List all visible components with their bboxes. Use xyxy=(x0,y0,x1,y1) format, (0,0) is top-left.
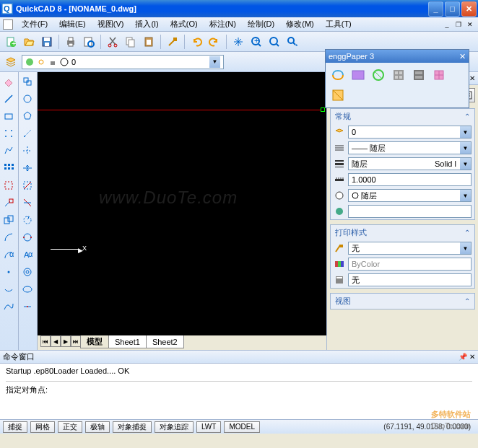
circle-tool[interactable] xyxy=(19,91,35,107)
copy-button[interactable] xyxy=(123,34,139,50)
ft-btn-5[interactable] xyxy=(409,66,428,84)
menu-format[interactable]: 格式(O) xyxy=(168,17,201,31)
collapse-icon[interactable]: ⌃ xyxy=(464,113,470,120)
ft-btn-1[interactable] xyxy=(329,66,347,84)
zoom-window-button[interactable]: + xyxy=(248,34,264,50)
offset-tool[interactable] xyxy=(19,160,35,176)
open-button[interactable] xyxy=(21,34,37,50)
drawing-canvas[interactable]: ▶ X www.DuoTe.com xyxy=(38,72,326,335)
doc-minimize-button[interactable]: _ xyxy=(442,20,452,29)
arc-tool[interactable] xyxy=(1,229,17,245)
floating-close-button[interactable]: ✕ xyxy=(459,52,466,61)
cut-button[interactable] xyxy=(105,34,121,50)
doc-close-button[interactable]: ✕ xyxy=(465,20,475,29)
array-tool[interactable] xyxy=(1,160,17,176)
copy-tool[interactable] xyxy=(19,74,35,89)
layer-combo[interactable]: 0 ▼ xyxy=(22,55,224,69)
grid-toggle[interactable]: 网格 xyxy=(30,421,55,433)
zoom-extents-button[interactable] xyxy=(266,34,282,50)
trim-tool[interactable] xyxy=(19,195,35,211)
menu-view[interactable]: 视图(V) xyxy=(95,17,127,31)
point-single-tool[interactable] xyxy=(1,264,17,280)
snap-toggle[interactable]: 捕捉 xyxy=(3,421,27,433)
chevron-down-icon[interactable]: ▼ xyxy=(209,56,220,68)
ft-btn-6[interactable] xyxy=(430,66,448,84)
doc-restore-button[interactable]: ❐ xyxy=(453,20,464,29)
join-tool[interactable] xyxy=(19,299,35,315)
ft-btn-7[interactable] xyxy=(329,86,347,105)
menu-dimension[interactable]: 标注(N) xyxy=(207,17,239,31)
print-preview-button[interactable] xyxy=(81,34,97,50)
menu-insert[interactable]: 插入(I) xyxy=(132,17,161,31)
lwt-toggle[interactable]: LWT xyxy=(196,421,221,433)
collapse-icon[interactable]: ⌃ xyxy=(464,297,470,305)
layer-value[interactable]: 0▼ xyxy=(348,126,472,139)
tab-nav-first[interactable]: ⏮ xyxy=(40,335,51,347)
spline-tool[interactable] xyxy=(1,299,17,315)
tab-model[interactable]: 模型 xyxy=(80,335,109,348)
point-tool[interactable] xyxy=(1,126,17,141)
ft-btn-2[interactable] xyxy=(349,66,368,84)
color-value[interactable]: 随层▼ xyxy=(348,189,472,202)
close-button[interactable]: ✕ xyxy=(461,1,477,17)
new-button[interactable]: + xyxy=(3,34,19,50)
command-window-title[interactable]: 命令窗口 📌 ✕ xyxy=(0,351,478,364)
save-button[interactable] xyxy=(39,34,55,50)
tab-nav-prev[interactable]: ◀ xyxy=(51,335,61,347)
minimize-button[interactable]: _ xyxy=(428,1,443,17)
zoom-dropdown-button[interactable] xyxy=(284,34,300,50)
scale-value[interactable]: 1.0000 xyxy=(348,173,472,186)
menu-tools[interactable]: 工具(T) xyxy=(323,17,355,31)
pan-button[interactable] xyxy=(230,34,246,50)
ft-btn-4[interactable] xyxy=(389,66,408,84)
ellipse-tool[interactable] xyxy=(19,281,35,297)
undo-button[interactable] xyxy=(188,34,204,50)
ortho-toggle[interactable]: 正交 xyxy=(58,421,82,433)
plot-color-value[interactable]: ByColor xyxy=(348,258,472,271)
tab-nav-next[interactable]: ▶ xyxy=(61,335,71,347)
menu-file[interactable]: 文件(F) xyxy=(19,17,51,31)
plotstyle-value[interactable]: 无▼ xyxy=(348,242,472,255)
region-tool[interactable] xyxy=(1,212,17,228)
layer-manager-button[interactable] xyxy=(3,54,19,70)
circle-2pt-tool[interactable] xyxy=(19,229,35,245)
ft-btn-3[interactable] xyxy=(369,66,388,84)
tab-sheet1[interactable]: Sheet1 xyxy=(108,335,147,348)
arc-3pt-tool[interactable] xyxy=(1,281,17,297)
extend-tool[interactable] xyxy=(1,195,17,211)
move-tool[interactable] xyxy=(19,177,35,193)
osnap-toggle[interactable]: 对象捕捉 xyxy=(113,421,152,433)
text-tool[interactable]: Aα xyxy=(19,247,35,263)
eraser-tool[interactable] xyxy=(1,74,17,89)
polar-toggle[interactable]: 极轴 xyxy=(85,421,110,433)
ray-tool[interactable] xyxy=(19,126,35,141)
rectangle-tool[interactable] xyxy=(1,108,17,124)
match-properties-button[interactable] xyxy=(165,34,181,50)
plot-table-value[interactable]: 无 xyxy=(348,273,472,286)
redo-button[interactable] xyxy=(207,34,222,50)
polyline-tool[interactable] xyxy=(1,143,17,159)
pin-icon[interactable]: 📌 ✕ xyxy=(459,353,475,361)
tab-sheet2[interactable]: Sheet2 xyxy=(146,335,184,348)
lineweight-value[interactable]: 随层Solid l▼ xyxy=(348,157,472,170)
menu-edit[interactable]: 编辑(E) xyxy=(56,17,89,31)
rotate-tool[interactable] xyxy=(19,212,35,228)
construction-line-tool[interactable] xyxy=(19,143,35,159)
maximize-button[interactable]: □ xyxy=(445,1,460,17)
arc-angle-tool[interactable]: α xyxy=(1,247,17,263)
collapse-icon[interactable]: ⌃ xyxy=(464,229,470,237)
linetype-value[interactable]: —— 随层▼ xyxy=(348,141,472,154)
menu-draw[interactable]: 绘制(D) xyxy=(245,17,277,31)
floating-toolbar-enggpaper[interactable]: enggPaper 3 ✕ xyxy=(325,49,469,108)
hyperlink-value[interactable] xyxy=(348,205,472,218)
model-toggle[interactable]: MODEL xyxy=(224,421,260,433)
line-tool[interactable] xyxy=(1,91,17,107)
donut-tool[interactable] xyxy=(19,264,35,280)
floating-toolbar-title[interactable]: enggPaper 3 ✕ xyxy=(326,50,469,63)
command-prompt[interactable]: 指定对角点: xyxy=(6,385,472,398)
paste-button[interactable] xyxy=(141,34,157,50)
tab-nav-last[interactable]: ⏭ xyxy=(71,335,81,347)
print-button[interactable] xyxy=(63,34,79,50)
select-window-tool[interactable] xyxy=(1,177,17,193)
menu-modify[interactable]: 修改(M) xyxy=(283,17,317,31)
